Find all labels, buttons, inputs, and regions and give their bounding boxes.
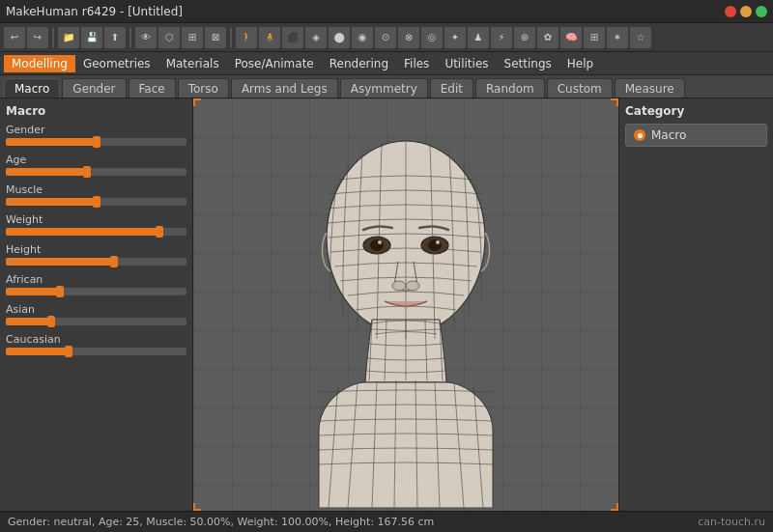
- slider-weight-track[interactable]: [6, 228, 186, 236]
- slider-height-label: Height: [6, 243, 186, 256]
- toolbar-pose1[interactable]: 🚶: [236, 27, 257, 48]
- toolbar-redo[interactable]: ↪: [27, 27, 48, 48]
- slider-gender: Gender: [6, 124, 186, 146]
- toolbar-pose4[interactable]: ◈: [305, 27, 327, 48]
- tab-edit[interactable]: Edit: [430, 78, 473, 98]
- slider-caucasian-track[interactable]: [6, 348, 186, 355]
- slider-muscle-label: Muscle: [6, 183, 186, 196]
- slider-height-track[interactable]: [6, 258, 186, 266]
- toolbar-cam4[interactable]: ⊗: [398, 27, 419, 48]
- viewport[interactable]: .mesh-line { stroke: #222; stroke-width:…: [193, 98, 618, 511]
- toolbar-sym3[interactable]: ✶: [607, 27, 628, 48]
- toolbar-pose2[interactable]: 🧍: [259, 27, 280, 48]
- tab-face[interactable]: Face: [129, 78, 176, 98]
- slider-caucasian: Caucasian: [6, 333, 186, 355]
- statusbar-url: can-touch.ru: [698, 516, 765, 528]
- titlebar: MakeHuman r6429 - [Untitled]: [0, 0, 773, 23]
- slider-african-label: African: [6, 273, 186, 286]
- slider-age-track[interactable]: [6, 168, 186, 176]
- toolbar-open[interactable]: 📁: [58, 27, 79, 48]
- slider-gender-track[interactable]: [6, 138, 186, 146]
- titlebar-controls: [725, 6, 767, 17]
- minimize-button[interactable]: [740, 6, 752, 17]
- tab-measure[interactable]: Measure: [615, 78, 685, 98]
- slider-height: Height: [6, 243, 186, 266]
- tab-random[interactable]: Random: [475, 78, 545, 98]
- slider-asian: Asian: [6, 303, 186, 325]
- toolbar-save[interactable]: 💾: [81, 27, 102, 48]
- category-macro-radio: [634, 129, 645, 141]
- toolbar-sym1[interactable]: 🧠: [560, 27, 582, 48]
- menubar: Modelling Geometries Materials Pose/Anim…: [0, 52, 773, 75]
- viewport-marker-tl2: [193, 98, 195, 106]
- right-panel-title: Category: [625, 104, 767, 118]
- statusbar: Gender: neutral, Age: 25, Muscle: 50.00%…: [0, 511, 773, 532]
- slider-age: Age: [6, 154, 186, 176]
- slider-weight-label: Weight: [6, 213, 186, 226]
- tab-torso[interactable]: Torso: [178, 78, 229, 98]
- toolbar-sym2[interactable]: ⊞: [584, 27, 605, 48]
- menu-settings[interactable]: Settings: [497, 55, 559, 72]
- toolbar-view4[interactable]: ⊠: [205, 27, 226, 48]
- menu-help[interactable]: Help: [559, 55, 601, 72]
- toolbar-pose3[interactable]: ⬛: [282, 27, 303, 48]
- category-radio-inner: [638, 133, 643, 138]
- titlebar-title: MakeHuman r6429 - [Untitled]: [6, 5, 183, 18]
- toolbar-sym4[interactable]: ☆: [630, 27, 651, 48]
- menu-poseanimate[interactable]: Pose/Animate: [227, 55, 322, 72]
- svg-point-6: [436, 240, 440, 244]
- toolbar-cam3[interactable]: ⊙: [375, 27, 396, 48]
- svg-point-7: [392, 281, 406, 291]
- toolbar-sep2: [129, 28, 131, 47]
- toolbar-char1[interactable]: ♟: [468, 27, 489, 48]
- close-button[interactable]: [725, 6, 736, 17]
- slider-gender-label: Gender: [6, 124, 186, 136]
- slider-asian-track[interactable]: [6, 318, 186, 325]
- category-macro-item[interactable]: Macro: [625, 124, 767, 147]
- tab-asymmetry[interactable]: Asymmetry: [340, 78, 428, 98]
- svg-point-8: [406, 281, 419, 291]
- maximize-button[interactable]: [756, 6, 767, 17]
- model-3d: .mesh-line { stroke: #222; stroke-width:…: [261, 122, 551, 489]
- toolbar-cam2[interactable]: ◉: [352, 27, 373, 48]
- toolbar-char4[interactable]: ✿: [537, 27, 558, 48]
- slider-age-label: Age: [6, 154, 186, 166]
- tab-gender[interactable]: Gender: [62, 78, 126, 98]
- left-panel: Macro Gender Age Muscle Weight: [0, 98, 193, 511]
- tabbar: Macro Gender Face Torso Arms and Legs As…: [0, 75, 773, 98]
- menu-geometries[interactable]: Geometries: [75, 55, 158, 72]
- toolbar-view2[interactable]: ⬡: [158, 27, 180, 48]
- main-area: Macro Gender Age Muscle Weight: [0, 98, 773, 511]
- category-macro-label: Macro: [651, 128, 686, 142]
- slider-african-track[interactable]: [6, 288, 186, 295]
- toolbar-char2[interactable]: ⚡: [491, 27, 512, 48]
- viewport-marker-br2: [616, 503, 618, 511]
- statusbar-text: Gender: neutral, Age: 25, Muscle: 50.00%…: [8, 516, 434, 528]
- slider-caucasian-label: Caucasian: [6, 333, 186, 346]
- svg-point-5: [378, 240, 382, 244]
- toolbar-char3[interactable]: ⊛: [514, 27, 535, 48]
- svg-point-4: [428, 239, 442, 251]
- toolbar-export[interactable]: ⬆: [104, 27, 126, 48]
- right-panel: Category Macro: [618, 98, 773, 511]
- tab-custom[interactable]: Custom: [547, 78, 613, 98]
- viewport-marker-tr2: [616, 98, 618, 106]
- toolbar-cam6[interactable]: ✦: [444, 27, 466, 48]
- slider-muscle-track[interactable]: [6, 198, 186, 206]
- toolbar-sep1: [52, 28, 54, 47]
- menu-files[interactable]: Files: [396, 55, 437, 72]
- menu-utilities[interactable]: Utilities: [437, 55, 496, 72]
- toolbar-cam1[interactable]: ⬤: [329, 27, 350, 48]
- menu-modelling[interactable]: Modelling: [4, 55, 75, 72]
- toolbar: ↩ ↪ 📁 💾 ⬆ 👁 ⬡ ⊞ ⊠ 🚶 🧍 ⬛ ◈ ⬤ ◉ ⊙ ⊗ ◎ ✦ ♟ …: [0, 23, 773, 52]
- slider-african: African: [6, 273, 186, 295]
- viewport-marker-bl2: [193, 503, 195, 511]
- tab-arms-and-legs[interactable]: Arms and Legs: [231, 78, 338, 98]
- toolbar-view1[interactable]: 👁: [135, 27, 157, 48]
- toolbar-cam5[interactable]: ◎: [421, 27, 443, 48]
- toolbar-view3[interactable]: ⊞: [182, 27, 203, 48]
- menu-materials[interactable]: Materials: [158, 55, 227, 72]
- toolbar-undo[interactable]: ↩: [4, 27, 25, 48]
- menu-rendering[interactable]: Rendering: [322, 55, 396, 72]
- tab-macro[interactable]: Macro: [4, 78, 60, 98]
